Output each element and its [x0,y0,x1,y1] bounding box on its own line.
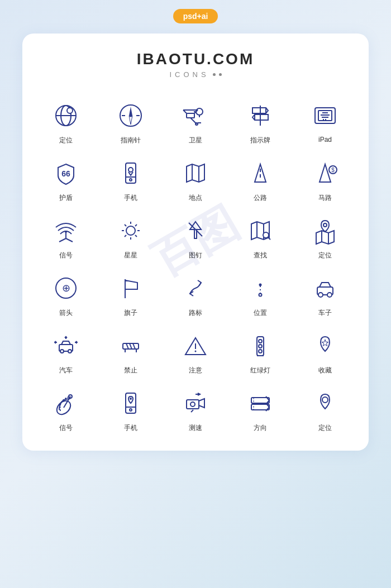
icon-didian [180,157,211,189]
svg-point-46 [65,231,67,233]
icon-cell-tuding: 图钉 [163,207,228,265]
svg-point-99 [130,409,132,411]
icon-label-xingxing: 星星 [124,251,137,260]
svg-point-34 [130,179,132,181]
svg-rect-33 [126,163,136,183]
svg-text:$: $ [331,167,335,173]
svg-point-74 [327,293,332,297]
icon-cell-fangxiang: 方向 [228,380,293,437]
icon-chezi [309,273,341,304]
svg-line-45 [66,238,73,242]
icon-cell-dingwei2: 定位 [293,207,357,265]
icon-zhinanzhen [115,100,146,131]
svg-rect-11 [187,113,194,118]
icon-weixing [180,100,211,131]
icon-cell-zhuyi: 注意 [163,322,228,380]
icon-cell-ipad: iPad [293,92,357,150]
icon-fangxiang [245,388,276,419]
icon-label-zhishibai: 指示牌 [250,136,270,145]
svg-marker-94 [322,340,328,346]
icon-cell-zhaozhao: 查找 [228,207,293,265]
icon-shoucang [309,330,341,361]
icon-cell-zhishibai: 指示牌 [228,92,293,150]
card-subtitle: ICONS [34,70,357,79]
icon-label-cesu: 测速 [189,423,202,433]
format-badge: psd+ai [173,9,218,23]
icon-cell-xinhao2: 信号 [34,380,98,437]
svg-line-82 [126,343,128,349]
icon-label-ipad: iPad [318,136,332,144]
icon-cell-weixing: 卫星 [163,92,228,150]
icon-cell-gonglu: 公路 [228,150,293,207]
icon-shouji2 [115,388,146,419]
icon-xingxing [115,215,146,246]
icon-cell-lubiao: 路标 [163,265,228,322]
icon-label-malu: 马路 [318,193,332,203]
svg-line-84 [133,343,135,349]
icon-cell-shouji2: 手机 [98,380,163,437]
icon-xinhao1 [50,215,82,246]
icon-qiche [50,330,82,361]
svg-rect-102 [187,400,199,409]
icon-label-xinhao1: 信号 [59,251,73,260]
svg-rect-22 [252,108,266,113]
icon-label-dingwei2: 定位 [318,251,332,260]
icon-cell-shoucang: 收藏 [293,322,357,380]
icon-label-fangxiang: 方向 [254,423,267,433]
icon-label-zhinanzhen: 指南针 [121,136,141,145]
icon-label-jiantou: 箭头 [59,308,73,318]
svg-point-76 [60,350,64,353]
icon-zhaozhao [245,215,276,246]
icon-dingwei1 [50,100,82,131]
svg-point-88 [195,351,197,352]
icon-cell-shouji1: 手机 [98,150,163,207]
icon-shouji1 [115,157,146,189]
icon-malu: $ [309,157,341,189]
icon-cell-malu: $ 马路 [293,150,357,207]
svg-text:⊕: ⊕ [62,283,70,294]
icon-label-zhuyi: 注意 [189,366,202,375]
svg-point-3 [67,108,73,113]
icon-cell-dingwei3: 定位 [293,380,357,437]
icon-label-lubiao: 路标 [189,308,202,318]
svg-point-108 [322,397,328,403]
svg-point-90 [259,340,262,343]
icon-cell-qiche: 汽车 [34,322,98,380]
svg-point-103 [190,402,195,407]
icon-label-tuding: 图钉 [189,251,202,260]
icon-cell-xingxing: 星星 [98,207,163,265]
icon-xinhao2 [50,388,82,419]
icons-grid: 定位 指南针 卫星 指示牌 [34,92,357,437]
svg-point-59 [263,232,269,238]
icon-zhishibai [245,100,276,131]
icon-lubiao [180,273,211,304]
icon-label-shouji2: 手机 [124,423,137,433]
svg-point-67 [259,284,262,286]
icon-cell-chezi: 车子 [293,265,357,322]
svg-point-101 [130,398,132,400]
icon-honglvdeng [245,330,276,361]
icon-label-qizi: 旗子 [124,308,137,318]
icon-label-xinhao2: 信号 [59,423,73,433]
svg-line-55 [125,235,126,237]
icon-dingwei2 [309,215,341,246]
svg-point-63 [323,223,327,227]
icon-zhuyi [180,330,211,361]
icon-cell-qizi: 旗子 [98,265,163,322]
icon-hujun: 66 [50,157,82,189]
icon-label-jinzhi: 禁止 [124,366,137,375]
svg-point-10 [130,114,132,117]
svg-rect-24 [255,114,268,120]
card-title: IBAOTU.COM [34,50,357,68]
svg-point-36 [128,168,133,172]
svg-point-47 [126,226,135,235]
icon-dingwei3 [309,388,341,419]
icon-cell-jiantou: ⊕ 箭头 [34,265,98,322]
icon-tuding [180,215,211,246]
svg-line-52 [125,224,126,226]
icon-label-weizhi: 位置 [254,308,267,318]
icon-label-zhaozhao: 查找 [254,251,267,260]
svg-line-53 [135,235,137,237]
svg-point-77 [68,350,71,353]
icon-cell-dingwei1: 定位 [34,92,98,150]
